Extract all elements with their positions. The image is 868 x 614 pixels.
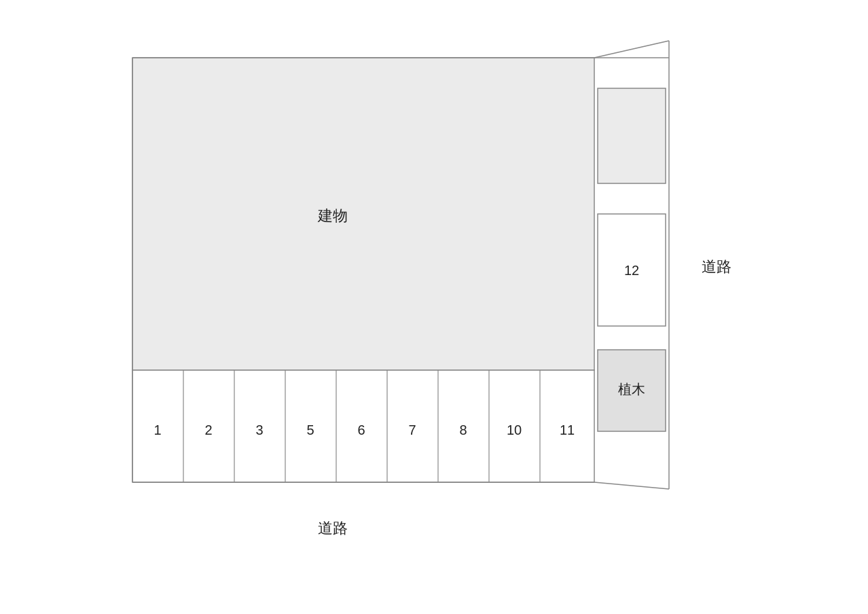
right-top-box	[598, 88, 666, 183]
spot-3: 3	[255, 422, 263, 437]
spot-6: 6	[357, 422, 365, 437]
spot-11: 11	[560, 422, 575, 437]
spot-2: 2	[204, 422, 212, 437]
plant-label: 植木	[618, 382, 645, 397]
svg-line-13	[594, 41, 669, 58]
spot-5: 5	[306, 422, 314, 437]
svg-line-10	[594, 482, 669, 489]
spot-10: 10	[507, 422, 522, 437]
diagram-container: 建物 1 2 3 5 6 7 8 10 11	[0, 0, 868, 614]
spot-7: 7	[408, 422, 416, 437]
building-rect	[132, 58, 594, 370]
spot-8: 8	[459, 422, 467, 437]
road-right-label: 道路	[702, 258, 731, 275]
spot-12: 12	[624, 263, 639, 278]
road-bottom-label: 道路	[318, 520, 348, 537]
spot-1: 1	[153, 422, 161, 437]
building-label: 建物	[317, 207, 348, 224]
